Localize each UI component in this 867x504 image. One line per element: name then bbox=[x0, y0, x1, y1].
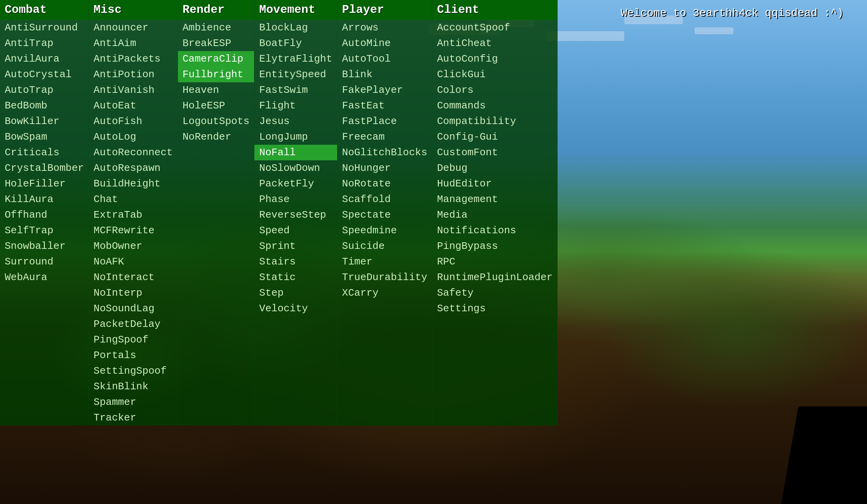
menu-item-noafk[interactable]: NoAFK bbox=[89, 254, 178, 270]
menu-item-xcarry[interactable]: XCarry bbox=[338, 285, 432, 301]
menu-item-announcer[interactable]: Announcer bbox=[89, 20, 178, 35]
menu-item-spammer[interactable]: Spammer bbox=[89, 394, 178, 410]
menu-item-boatfly[interactable]: BoatFly bbox=[254, 35, 337, 51]
menu-item-noslowdown[interactable]: NoSlowDown bbox=[254, 160, 337, 176]
menu-item-nointeract[interactable]: NoInteract bbox=[89, 270, 178, 285]
menu-item-rpc[interactable]: RPC bbox=[432, 254, 557, 270]
menu-item-entityspeed[interactable]: EntitySpeed bbox=[254, 67, 337, 82]
menu-item-autotrap[interactable]: AutoTrap bbox=[0, 82, 89, 98]
menu-item-noglitchblocks[interactable]: NoGlitchBlocks bbox=[338, 145, 432, 160]
menu-item-pingbypass[interactable]: PingBypass bbox=[432, 238, 557, 254]
menu-item-management[interactable]: Management bbox=[432, 192, 557, 207]
menu-item-holeesp[interactable]: HoleESP bbox=[178, 98, 254, 114]
menu-item-fastswim[interactable]: FastSwim bbox=[254, 82, 337, 98]
menu-item-stairs[interactable]: Stairs bbox=[254, 254, 337, 270]
menu-item-breakesp[interactable]: BreakESP bbox=[178, 35, 254, 51]
menu-item-buildheight[interactable]: BuildHeight bbox=[89, 176, 178, 192]
menu-item-automine[interactable]: AutoMine bbox=[338, 35, 432, 51]
menu-item-nosoundlag[interactable]: NoSoundLag bbox=[89, 301, 178, 316]
category-header-client[interactable]: Client bbox=[432, 0, 557, 20]
menu-item-mcfrewrite[interactable]: MCFRewrite bbox=[89, 223, 178, 238]
menu-item-packetdelay[interactable]: PacketDelay bbox=[89, 316, 178, 332]
menu-item-selftrap[interactable]: SelfTrap bbox=[0, 223, 89, 238]
menu-item-commands[interactable]: Commands bbox=[432, 98, 557, 114]
menu-item-accountspoof[interactable]: AccountSpoof bbox=[432, 20, 557, 35]
menu-item-chat[interactable]: Chat bbox=[89, 192, 178, 207]
menu-item-scaffold[interactable]: Scaffold bbox=[338, 192, 432, 207]
menu-item-ambience[interactable]: Ambience bbox=[178, 20, 254, 35]
menu-item-autofish[interactable]: AutoFish bbox=[89, 114, 178, 129]
menu-item-snowballer[interactable]: Snowballer bbox=[0, 238, 89, 254]
menu-item-antisurround[interactable]: AntiSurround bbox=[0, 20, 89, 35]
menu-item-norotate[interactable]: NoRotate bbox=[338, 176, 432, 192]
menu-item-antivanish[interactable]: AntiVanish bbox=[89, 82, 178, 98]
menu-item-anvilaura[interactable]: AnvilAura bbox=[0, 51, 89, 67]
menu-item-blocklag[interactable]: BlockLag bbox=[254, 20, 337, 35]
menu-item-speedmine[interactable]: Speedmine bbox=[338, 223, 432, 238]
menu-item-customfont[interactable]: CustomFont bbox=[432, 145, 557, 160]
menu-item-elytraflight[interactable]: ElytraFlight bbox=[254, 51, 337, 67]
menu-item-antipotion[interactable]: AntiPotion bbox=[89, 67, 178, 82]
menu-item-anticheat[interactable]: AntiCheat bbox=[432, 35, 557, 51]
category-header-render[interactable]: Render bbox=[178, 0, 254, 20]
category-header-player[interactable]: Player bbox=[338, 0, 432, 20]
menu-item-bowspam[interactable]: BowSpam bbox=[0, 129, 89, 145]
menu-item-fakeplayer[interactable]: FakePlayer bbox=[338, 82, 432, 98]
menu-item-autotool[interactable]: AutoTool bbox=[338, 51, 432, 67]
menu-item-bowkiller[interactable]: BowKiller bbox=[0, 114, 89, 129]
menu-item-colors[interactable]: Colors bbox=[432, 82, 557, 98]
menu-item-packetfly[interactable]: PacketFly bbox=[254, 176, 337, 192]
menu-item-safety[interactable]: Safety bbox=[432, 285, 557, 301]
menu-item-mobowner[interactable]: MobOwner bbox=[89, 238, 178, 254]
menu-item-antitrap[interactable]: AntiTrap bbox=[0, 35, 89, 51]
menu-item-autocrystal[interactable]: AutoCrystal bbox=[0, 67, 89, 82]
menu-item-fasteat[interactable]: FastEat bbox=[338, 98, 432, 114]
menu-item-fastplace[interactable]: FastPlace bbox=[338, 114, 432, 129]
menu-item-heaven[interactable]: Heaven bbox=[178, 82, 254, 98]
menu-item-reversestep[interactable]: ReverseStep bbox=[254, 207, 337, 223]
menu-item-nohunger[interactable]: NoHunger bbox=[338, 160, 432, 176]
menu-item-nofall[interactable]: NoFall bbox=[254, 145, 337, 160]
menu-item-bedbomb[interactable]: BedBomb bbox=[0, 98, 89, 114]
menu-item-crystalbomber[interactable]: CrystalBomber bbox=[0, 160, 89, 176]
menu-item-surround[interactable]: Surround bbox=[0, 254, 89, 270]
menu-item-debug[interactable]: Debug bbox=[432, 160, 557, 176]
menu-item-killaura[interactable]: KillAura bbox=[0, 192, 89, 207]
menu-item-freecam[interactable]: Freecam bbox=[338, 129, 432, 145]
menu-item-criticals[interactable]: Criticals bbox=[0, 145, 89, 160]
menu-item-autoreconnect[interactable]: AutoReconnect bbox=[89, 145, 178, 160]
menu-item-antipackets[interactable]: AntiPackets bbox=[89, 51, 178, 67]
menu-item-step[interactable]: Step bbox=[254, 285, 337, 301]
menu-item-clickgui[interactable]: ClickGui bbox=[432, 67, 557, 82]
menu-item-flight[interactable]: Flight bbox=[254, 98, 337, 114]
menu-item-phase[interactable]: Phase bbox=[254, 192, 337, 207]
menu-item-offhand[interactable]: Offhand bbox=[0, 207, 89, 223]
menu-item-autoeat[interactable]: AutoEat bbox=[89, 98, 178, 114]
category-header-movement[interactable]: Movement bbox=[254, 0, 337, 20]
menu-item-antiaim[interactable]: AntiAim bbox=[89, 35, 178, 51]
category-header-misc[interactable]: Misc bbox=[89, 0, 178, 20]
category-header-combat[interactable]: Combat bbox=[0, 0, 89, 20]
menu-item-sprint[interactable]: Sprint bbox=[254, 238, 337, 254]
menu-item-pingspoof[interactable]: PingSpoof bbox=[89, 332, 178, 348]
menu-item-config-gui[interactable]: Config-Gui bbox=[432, 129, 557, 145]
menu-item-arrows[interactable]: Arrows bbox=[338, 20, 432, 35]
menu-item-autoconfig[interactable]: AutoConfig bbox=[432, 51, 557, 67]
menu-item-autorespawn[interactable]: AutoRespawn bbox=[89, 160, 178, 176]
menu-item-fullbright[interactable]: Fullbright bbox=[178, 67, 254, 82]
menu-item-nointerp[interactable]: NoInterp bbox=[89, 285, 178, 301]
menu-item-blink[interactable]: Blink bbox=[338, 67, 432, 82]
menu-item-webaura[interactable]: WebAura bbox=[0, 270, 89, 285]
menu-item-hudeditor[interactable]: HudEditor bbox=[432, 176, 557, 192]
menu-item-suicide[interactable]: Suicide bbox=[338, 238, 432, 254]
menu-item-norender[interactable]: NoRender bbox=[178, 129, 254, 145]
menu-item-compatibility[interactable]: Compatibility bbox=[432, 114, 557, 129]
menu-item-media[interactable]: Media bbox=[432, 207, 557, 223]
menu-item-settingspoof[interactable]: SettingSpoof bbox=[89, 363, 178, 379]
menu-item-cameraclip[interactable]: CameraClip bbox=[178, 51, 254, 67]
menu-item-truedurability[interactable]: TrueDurability bbox=[338, 270, 432, 285]
menu-item-spectate[interactable]: Spectate bbox=[338, 207, 432, 223]
menu-item-holefiller[interactable]: HoleFiller bbox=[0, 176, 89, 192]
menu-item-notifications[interactable]: Notifications bbox=[432, 223, 557, 238]
menu-item-runtimepluginloader[interactable]: RuntimePluginLoader bbox=[432, 270, 557, 285]
